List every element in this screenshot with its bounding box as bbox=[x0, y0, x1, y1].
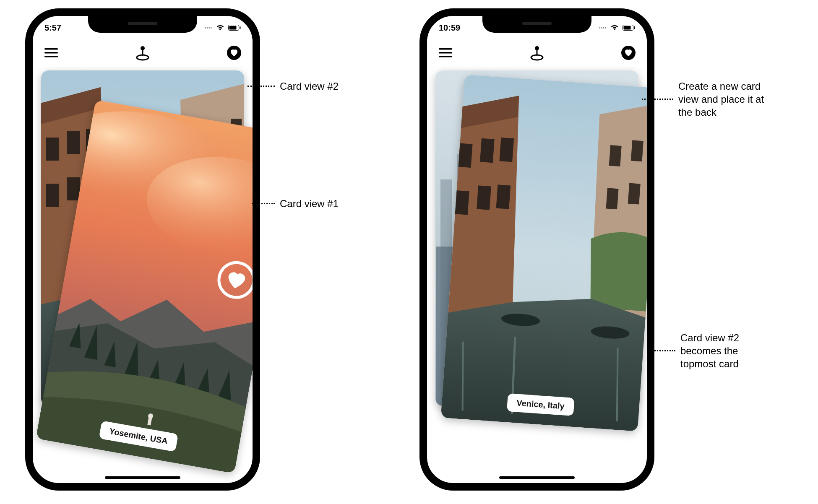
annotation-right-top: Create a new card view and place it at t… bbox=[642, 80, 770, 119]
favorites-button[interactable] bbox=[226, 44, 242, 61]
nav-bar bbox=[33, 39, 253, 66]
svg-rect-12 bbox=[46, 184, 59, 207]
svg-rect-30 bbox=[634, 26, 635, 29]
svg-rect-66 bbox=[648, 137, 654, 158]
svg-rect-68 bbox=[628, 183, 641, 205]
svg-rect-3 bbox=[44, 48, 58, 50]
phone-notch bbox=[88, 14, 197, 33]
card-view-2-top[interactable]: Venice, Italy bbox=[441, 75, 654, 431]
svg-rect-29 bbox=[624, 26, 631, 30]
svg-rect-2 bbox=[240, 26, 241, 29]
phone-mock-left: 5:57 •••• bbox=[25, 8, 260, 491]
svg-rect-59 bbox=[480, 138, 495, 163]
svg-rect-10 bbox=[46, 138, 59, 161]
phone-notch bbox=[482, 14, 591, 33]
battery-icon bbox=[228, 25, 241, 31]
menu-button[interactable] bbox=[437, 44, 454, 61]
svg-rect-61 bbox=[477, 185, 491, 210]
svg-rect-32 bbox=[439, 52, 452, 54]
home-indicator[interactable] bbox=[499, 476, 575, 479]
wifi-icon bbox=[216, 24, 225, 31]
favorites-button[interactable] bbox=[620, 44, 637, 61]
svg-rect-65 bbox=[631, 140, 643, 161]
location-pin-icon[interactable] bbox=[134, 44, 151, 61]
wifi-icon bbox=[610, 24, 619, 31]
svg-rect-5 bbox=[44, 56, 58, 57]
svg-rect-67 bbox=[606, 188, 619, 209]
cellular-dots-icon: •••• bbox=[599, 26, 607, 30]
svg-rect-62 bbox=[499, 138, 514, 162]
battery-icon bbox=[623, 25, 635, 31]
status-time: 10:59 bbox=[439, 23, 460, 33]
annotation-left-top: Card view #2 bbox=[247, 80, 339, 93]
svg-rect-13 bbox=[67, 177, 80, 200]
home-indicator[interactable] bbox=[105, 476, 180, 479]
phone-mock-right: 10:59 •••• bbox=[419, 8, 654, 491]
svg-rect-60 bbox=[455, 190, 469, 215]
svg-rect-33 bbox=[439, 56, 452, 57]
card-photo bbox=[441, 75, 654, 431]
status-time: 5:57 bbox=[44, 23, 61, 33]
nav-bar bbox=[427, 39, 647, 66]
svg-rect-4 bbox=[44, 52, 58, 54]
svg-rect-58 bbox=[458, 143, 473, 168]
svg-rect-64 bbox=[609, 145, 622, 166]
menu-button[interactable] bbox=[43, 44, 60, 61]
svg-rect-11 bbox=[67, 131, 80, 154]
annotation-right-mid: Card view #2 becomes the topmost card bbox=[652, 331, 772, 371]
card-stack[interactable]: Venice, Italy bbox=[435, 70, 638, 462]
annotation-left-mid: Card view #1 bbox=[252, 197, 339, 210]
location-pin-icon[interactable] bbox=[529, 44, 545, 61]
svg-rect-1 bbox=[229, 26, 237, 30]
cellular-dots-icon: •••• bbox=[205, 26, 212, 30]
svg-rect-31 bbox=[439, 48, 452, 50]
card-stack[interactable]: Yosemite, USA bbox=[41, 70, 244, 462]
svg-rect-63 bbox=[496, 184, 511, 209]
